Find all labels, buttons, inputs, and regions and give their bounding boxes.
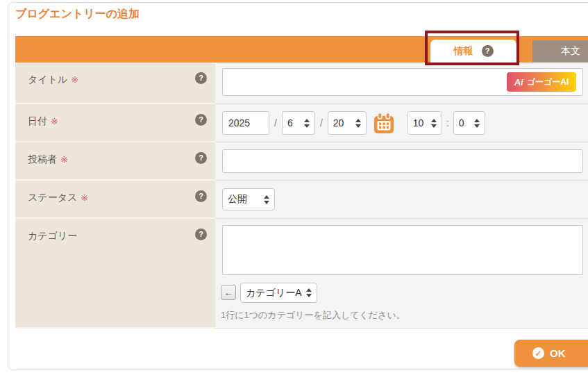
ai-icon: Ai — [514, 77, 523, 88]
form-row-title: タイトル※ ? Ai ゴーゴーAI — [15, 63, 588, 104]
calendar-button[interactable] — [372, 111, 396, 135]
blog-entry-form: タイトル※ ? Ai ゴーゴーAI 日付※ ? / — [15, 63, 588, 329]
category-textarea[interactable] — [222, 225, 583, 275]
category-label-cell: カテゴリー ? — [15, 219, 215, 329]
tab-bar: 情報 ? 本文 — [15, 36, 588, 63]
spinner-arrows-icon — [264, 195, 269, 204]
year-input[interactable] — [222, 111, 269, 135]
day-select-value: 20 — [333, 117, 344, 129]
date-label-cell: 日付※ ? — [15, 104, 215, 142]
title-label-cell: タイトル※ ? — [15, 63, 215, 104]
author-field-label: 投稿者 — [28, 154, 57, 165]
help-icon[interactable]: ? — [195, 229, 207, 240]
help-icon[interactable]: ? — [195, 152, 207, 164]
minute-select[interactable]: 0 — [453, 111, 485, 135]
ai-button[interactable]: Ai ゴーゴーAI — [507, 72, 576, 92]
title-field-label: タイトル — [28, 74, 67, 85]
category-hint: 1行に1つのカテゴリーを記入してください。 — [221, 309, 405, 322]
date-content-cell: / 6 / 20 — [215, 104, 588, 142]
left-arrow-icon: ← — [224, 288, 233, 297]
ai-button-label: ゴーゴーAI — [527, 76, 569, 88]
check-icon: ✓ — [532, 347, 544, 359]
help-icon[interactable]: ? — [195, 72, 207, 84]
date-separator: / — [320, 117, 323, 129]
status-field-label: ステータス — [28, 192, 77, 203]
ok-button[interactable]: ✓ OK — [514, 340, 588, 367]
hour-select-value: 10 — [413, 117, 424, 129]
hour-select[interactable]: 10 — [408, 111, 442, 135]
required-mark: ※ — [71, 74, 78, 85]
spinner-arrows-icon — [304, 119, 310, 128]
date-separator: / — [274, 117, 277, 129]
required-mark: ※ — [60, 154, 68, 165]
ok-button-label: OK — [550, 347, 566, 359]
category-select-value: カテゴリーA — [246, 287, 302, 299]
form-row-status: ステータス※ ? 公開 — [15, 181, 588, 219]
minute-select-value: 0 — [459, 117, 464, 129]
tab-info-label: 情報 — [454, 45, 473, 58]
date-controls: / 6 / 20 — [222, 111, 485, 135]
tab-body[interactable]: 本文 — [532, 40, 588, 63]
category-select[interactable]: カテゴリーA — [240, 283, 317, 303]
tab-info[interactable]: 情報 ? — [430, 40, 516, 63]
title-content-cell: Ai ゴーゴーAI — [215, 63, 588, 104]
author-input[interactable] — [222, 149, 583, 173]
author-content-cell — [215, 142, 588, 181]
status-label-cell: ステータス※ ? — [15, 181, 215, 219]
time-separator: : — [446, 117, 449, 129]
status-select-value: 公開 — [228, 193, 247, 206]
move-left-button[interactable]: ← — [221, 285, 236, 300]
tab-body-label: 本文 — [561, 45, 580, 58]
help-icon[interactable]: ? — [195, 114, 207, 126]
category-field-label: カテゴリー — [28, 230, 77, 241]
required-mark: ※ — [51, 116, 58, 126]
help-icon[interactable]: ? — [482, 45, 494, 57]
status-content-cell: 公開 — [215, 181, 588, 219]
form-row-category: カテゴリー ? ← カテゴリーA 1行に1つのカテゴリーを記入してください。 — [15, 219, 588, 329]
required-mark: ※ — [81, 192, 88, 203]
calendar-icon — [372, 111, 396, 135]
form-row-date: 日付※ ? / 6 / 20 — [15, 104, 588, 142]
page-title: ブログエントリーの追加 — [15, 7, 140, 22]
status-select[interactable]: 公開 — [222, 188, 275, 210]
month-select[interactable]: 6 — [282, 111, 315, 135]
spinner-arrows-icon — [306, 288, 312, 297]
help-icon[interactable]: ? — [195, 190, 207, 202]
date-field-label: 日付 — [28, 115, 47, 126]
spinner-arrows-icon — [355, 119, 361, 128]
category-content-cell: ← カテゴリーA 1行に1つのカテゴリーを記入してください。 — [215, 219, 588, 329]
month-select-value: 6 — [287, 117, 293, 129]
spinner-arrows-icon — [431, 119, 437, 128]
spinner-arrows-icon — [474, 119, 480, 128]
blog-entry-panel: ブログエントリーの追加 情報 ? 本文 タイトル※ ? Ai ゴーゴーAI — [8, 2, 588, 370]
form-row-author: 投稿者※ ? — [15, 142, 588, 181]
day-select[interactable]: 20 — [328, 111, 367, 135]
author-label-cell: 投稿者※ ? — [15, 142, 215, 181]
